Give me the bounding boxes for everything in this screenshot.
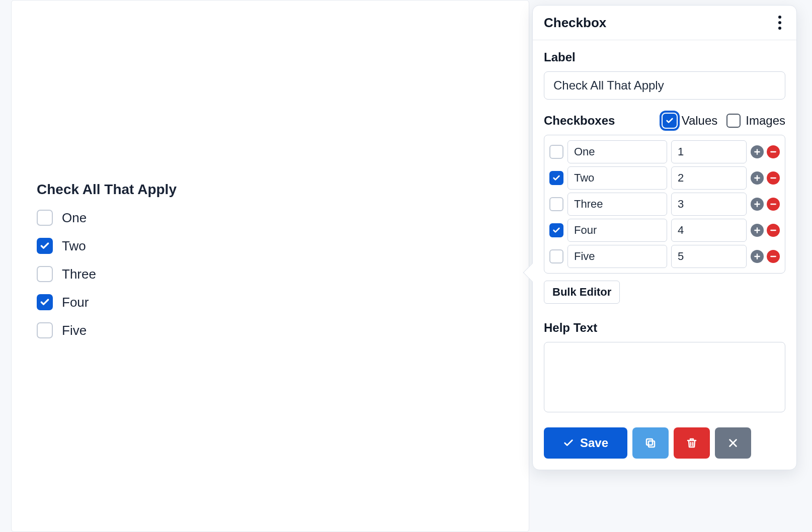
minus-icon bbox=[770, 148, 777, 155]
preview-option-label: Two bbox=[62, 238, 86, 254]
trash-icon bbox=[686, 437, 698, 449]
values-toggle-checkbox[interactable] bbox=[663, 114, 677, 128]
checkboxes-section-heading: Checkboxes bbox=[544, 114, 615, 128]
option-editor-row bbox=[549, 166, 780, 190]
option-default-checkbox[interactable] bbox=[549, 223, 563, 237]
preview-option-row: One bbox=[37, 210, 339, 226]
remove-option-button[interactable] bbox=[767, 250, 780, 263]
svg-rect-0 bbox=[648, 441, 655, 447]
option-default-checkbox[interactable] bbox=[549, 145, 563, 159]
minus-icon bbox=[770, 253, 777, 260]
preview-option-label: Three bbox=[62, 267, 96, 282]
preview-option-label: Five bbox=[62, 323, 87, 338]
preview-option-row: Five bbox=[37, 322, 339, 338]
check-icon bbox=[40, 241, 50, 251]
options-editor bbox=[544, 135, 785, 274]
check-icon bbox=[552, 174, 560, 182]
remove-option-button[interactable] bbox=[767, 171, 780, 185]
option-label-input[interactable] bbox=[567, 219, 667, 242]
remove-option-button[interactable] bbox=[767, 224, 780, 237]
add-option-button[interactable] bbox=[751, 145, 764, 158]
option-editor-row bbox=[549, 193, 780, 216]
option-value-input[interactable] bbox=[671, 166, 747, 190]
remove-option-button[interactable] bbox=[767, 198, 780, 211]
remove-option-button[interactable] bbox=[767, 145, 780, 158]
form-preview-panel: Check All That Apply One Two Three bbox=[11, 0, 529, 532]
preview-option-checkbox[interactable] bbox=[37, 266, 53, 282]
option-label-input[interactable] bbox=[567, 166, 667, 190]
close-button[interactable] bbox=[715, 427, 751, 459]
option-label-input[interactable] bbox=[567, 193, 667, 216]
minus-icon bbox=[770, 174, 777, 182]
option-default-checkbox[interactable] bbox=[549, 249, 563, 263]
option-default-checkbox[interactable] bbox=[549, 171, 563, 185]
preview-option-label: Four bbox=[62, 295, 89, 310]
add-option-button[interactable] bbox=[751, 198, 764, 211]
copy-icon bbox=[644, 437, 657, 449]
panel-title: Checkbox bbox=[544, 15, 606, 31]
option-value-input[interactable] bbox=[671, 245, 747, 268]
close-icon bbox=[727, 437, 739, 449]
plus-icon bbox=[754, 201, 761, 208]
preview-option-checkbox[interactable] bbox=[37, 238, 53, 254]
help-text-input[interactable] bbox=[544, 342, 785, 412]
images-toggle-label: Images bbox=[746, 114, 785, 128]
delete-button[interactable] bbox=[674, 427, 710, 459]
preview-option-row: Three bbox=[37, 266, 339, 282]
preview-option-row: Two bbox=[37, 238, 339, 254]
values-toggle-label: Values bbox=[682, 114, 718, 128]
svg-rect-1 bbox=[646, 439, 653, 445]
add-option-button[interactable] bbox=[751, 250, 764, 263]
option-value-input[interactable] bbox=[671, 140, 747, 163]
preview-option-row: Four bbox=[37, 294, 339, 310]
option-label-input[interactable] bbox=[567, 245, 667, 268]
option-editor-row bbox=[549, 219, 780, 242]
option-label-input[interactable] bbox=[567, 140, 667, 163]
label-section-heading: Label bbox=[544, 50, 785, 64]
images-toggle-checkbox[interactable] bbox=[726, 114, 741, 128]
option-editor-row bbox=[549, 140, 780, 163]
preview-option-label: One bbox=[62, 210, 87, 226]
option-value-input[interactable] bbox=[671, 219, 747, 242]
panel-footer: Save bbox=[544, 427, 785, 459]
option-editor-row bbox=[549, 245, 780, 268]
checkbox-config-panel: Checkbox Label Checkboxes Values Ima bbox=[532, 5, 797, 470]
option-value-input[interactable] bbox=[671, 193, 747, 216]
plus-icon bbox=[754, 227, 761, 234]
more-options-button[interactable] bbox=[774, 15, 785, 31]
label-input[interactable] bbox=[544, 71, 785, 100]
check-icon bbox=[563, 437, 574, 449]
preview-field-label: Check All That Apply bbox=[37, 182, 339, 198]
preview-option-checkbox[interactable] bbox=[37, 322, 53, 338]
add-option-button[interactable] bbox=[751, 171, 764, 185]
check-icon bbox=[552, 226, 560, 234]
duplicate-button[interactable] bbox=[632, 427, 669, 459]
plus-icon bbox=[754, 148, 761, 155]
check-icon bbox=[40, 297, 50, 307]
plus-icon bbox=[754, 253, 761, 260]
save-button[interactable]: Save bbox=[544, 427, 627, 459]
preview-option-checkbox[interactable] bbox=[37, 294, 53, 310]
bulk-editor-button[interactable]: Bulk Editor bbox=[544, 281, 620, 304]
add-option-button[interactable] bbox=[751, 224, 764, 237]
option-default-checkbox[interactable] bbox=[549, 197, 563, 211]
plus-icon bbox=[754, 174, 761, 182]
check-icon bbox=[666, 117, 674, 125]
help-text-section-heading: Help Text bbox=[544, 321, 785, 335]
preview-option-checkbox[interactable] bbox=[37, 210, 53, 226]
minus-icon bbox=[770, 201, 777, 208]
minus-icon bbox=[770, 227, 777, 234]
panel-header: Checkbox bbox=[533, 6, 796, 40]
save-button-label: Save bbox=[580, 436, 608, 450]
